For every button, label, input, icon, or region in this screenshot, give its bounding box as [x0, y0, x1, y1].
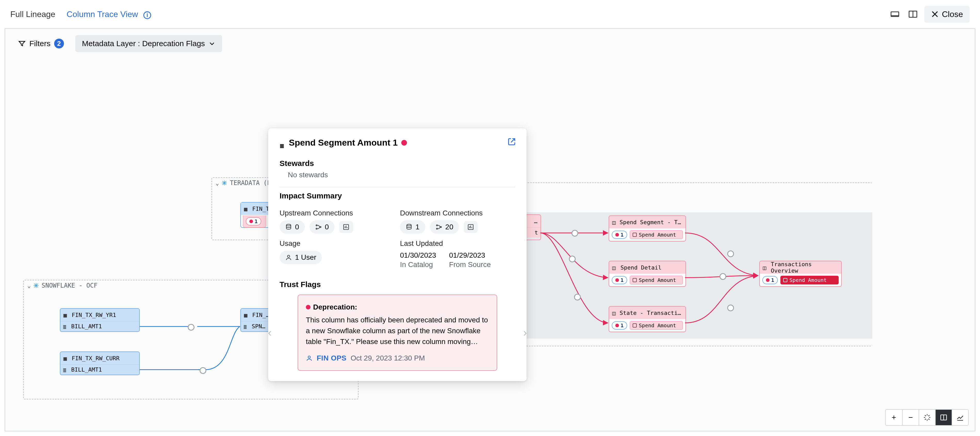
- edge-label: t: [535, 229, 538, 236]
- deprecation-pill[interactable]: 1: [762, 276, 778, 284]
- snowflake-icon: [33, 283, 39, 289]
- column-chip[interactable]: Spend Amount: [630, 230, 683, 239]
- column-chip-highlighted[interactable]: Spend Amount: [780, 276, 839, 284]
- layout-horizontal-icon[interactable]: [888, 8, 902, 21]
- svg-point-20: [407, 224, 411, 226]
- popover-title-row: Spend Segment Amount 1: [280, 138, 515, 147]
- info-icon[interactable]: i: [143, 11, 151, 19]
- upstream-db-stat[interactable]: 0: [280, 220, 305, 234]
- zoom-in-button[interactable]: +: [886, 410, 902, 425]
- column-icon: [63, 367, 68, 373]
- date-source: 01/29/2023: [449, 251, 491, 260]
- stat-value: 0: [295, 223, 299, 231]
- upstream-label: Upstream Connections: [280, 209, 395, 217]
- trust-flag-author[interactable]: FIN OPS: [317, 353, 347, 364]
- chevron-down-icon[interactable]: ⌄: [27, 282, 31, 289]
- column-chip-label: Spend Amount: [789, 277, 827, 283]
- svg-point-19: [288, 255, 290, 257]
- upstream-flow-stat[interactable]: 0: [309, 220, 335, 234]
- usage-stat[interactable]: 1 User: [280, 251, 322, 264]
- date-catalog: 01/30/2023: [400, 251, 436, 260]
- trust-flags-heading: Trust Flags: [280, 280, 515, 289]
- impact-summary: Upstream Connections 0 0 Usage: [280, 203, 515, 269]
- upstream-chart-stat[interactable]: [339, 221, 353, 233]
- stat-value: 1 User: [295, 253, 316, 262]
- node-fin-tx-rw-curr[interactable]: FIN_TX_RW_CURR BILL_AMT1: [60, 352, 140, 375]
- stat-value: 0: [325, 223, 329, 231]
- close-button[interactable]: Close: [924, 6, 970, 23]
- canvas-toolbar: Filters 2 Metadata Layer : Deprecation F…: [13, 35, 222, 52]
- chevron-down-icon[interactable]: ⌄: [216, 180, 219, 186]
- edge-handle[interactable]: [200, 367, 206, 374]
- edge-handle[interactable]: [569, 255, 576, 262]
- edge-handle[interactable]: [571, 230, 578, 236]
- deprecation-dot-icon: [306, 305, 310, 309]
- deprecation-dot-icon: [250, 220, 253, 223]
- filters-button[interactable]: Filters 2: [13, 35, 70, 52]
- edge-handle[interactable]: [727, 251, 734, 257]
- pill-count: 1: [620, 277, 624, 283]
- trust-next-button[interactable]: ›: [519, 326, 532, 339]
- deprecation-pill[interactable]: 1: [612, 276, 627, 284]
- trust-prev-button[interactable]: ‹: [263, 326, 277, 339]
- snowflake-icon: [221, 180, 227, 186]
- open-external-icon[interactable]: [508, 138, 516, 147]
- date-catalog-sub: In Catalog: [400, 260, 436, 269]
- layout-split-icon[interactable]: [906, 8, 920, 21]
- stewards-heading: Stewards: [280, 159, 515, 168]
- node-transactions-overview[interactable]: Transactions Overview 1 Spend Amount: [759, 261, 842, 287]
- fit-button[interactable]: [919, 410, 935, 425]
- downstream-flow-stat[interactable]: 20: [430, 220, 459, 234]
- lineage-canvas[interactable]: Filters 2 Metadata Layer : Deprecation F…: [5, 29, 975, 431]
- deprecation-pill[interactable]: 1: [612, 231, 627, 239]
- deprecation-pill[interactable]: 1: [246, 217, 261, 225]
- tab-full-lineage[interactable]: Full Lineage: [10, 10, 55, 19]
- downstream-chart-stat[interactable]: [464, 221, 477, 233]
- deprecation-pill[interactable]: 1: [612, 321, 627, 330]
- table-icon: [244, 206, 250, 212]
- pill-count: 1: [771, 277, 774, 283]
- svg-point-14: [286, 224, 291, 226]
- stat-value: 20: [445, 223, 453, 231]
- column-chip-label: Spend Amount: [639, 277, 676, 283]
- svg-point-15: [316, 225, 317, 226]
- downstream-db-stat[interactable]: 1: [400, 220, 425, 234]
- metadata-layer-chip[interactable]: Metadata Layer : Deprecation Flags: [75, 35, 222, 52]
- node-spend-segment[interactable]: Spend Segment - Tra... 1 Spend Amount: [609, 216, 686, 241]
- bar-chart-icon: [467, 224, 474, 230]
- column-chip[interactable]: Spend Amount: [630, 276, 683, 284]
- zoom-out-button[interactable]: −: [902, 410, 919, 425]
- node-spend-detail[interactable]: Spend Detail 1 Spend Amount: [609, 261, 686, 287]
- top-bar: Full Lineage Column Trace View i Close: [0, 0, 980, 29]
- filters-label: Filters: [29, 39, 51, 48]
- minimap-toggle-button[interactable]: [935, 410, 951, 425]
- edge-handle[interactable]: [719, 273, 726, 280]
- dashboard-icon: [612, 219, 617, 225]
- edge-handle[interactable]: [188, 324, 194, 331]
- bar-chart-icon: [343, 224, 350, 230]
- trust-flag-card: Deprecation: This column has officially …: [298, 295, 497, 371]
- zoom-controls: + −: [885, 409, 969, 426]
- column-details-popover: Spend Segment Amount 1 Stewards No stewa…: [268, 128, 527, 381]
- popover-title: Spend Segment Amount 1: [289, 138, 398, 147]
- trend-button[interactable]: [951, 410, 968, 425]
- edge-handle[interactable]: [574, 294, 581, 300]
- node-trunc-label: …: [534, 218, 538, 224]
- pill-count: 1: [620, 231, 624, 238]
- tab-column-trace[interactable]: Column Trace View i: [67, 10, 151, 19]
- user-icon: [306, 355, 313, 361]
- table-icon: [244, 312, 250, 318]
- node-fin-tx-rw-yr1[interactable]: FIN_TX_RW_YR1 BILL_AMT1: [60, 308, 140, 332]
- deprecation-pill-count: 1: [255, 218, 258, 224]
- field-icon: [633, 278, 637, 282]
- filter-icon: [18, 40, 26, 48]
- impact-heading: Impact Summary: [280, 192, 515, 200]
- edge-handle[interactable]: [727, 304, 734, 311]
- stat-value: 1: [415, 223, 420, 231]
- table-icon: [64, 312, 69, 318]
- column-name: BILL_AMT1: [71, 323, 102, 330]
- node-state-transaction[interactable]: State - Transaction... 1 Spend Amount: [609, 306, 686, 332]
- node-name: FIN_TX_RW_CURR: [72, 355, 119, 361]
- deprecation-dot-icon: [615, 323, 619, 327]
- column-chip[interactable]: Spend Amount: [630, 321, 683, 330]
